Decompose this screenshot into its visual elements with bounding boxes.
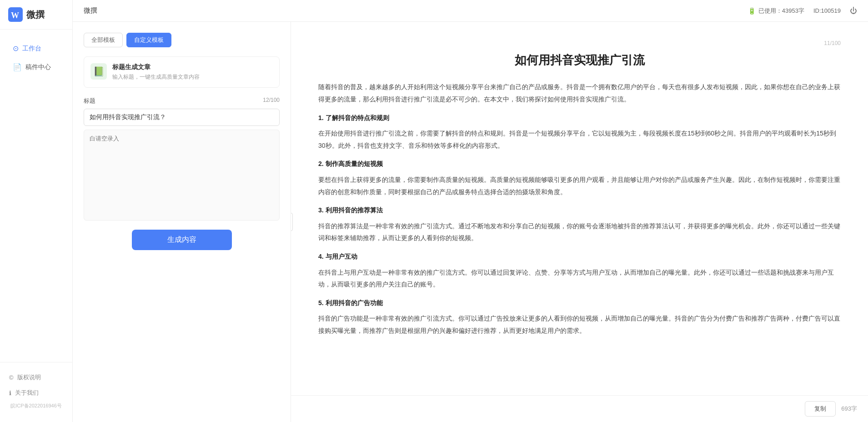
power-button[interactable]: ⏻ <box>850 7 857 15</box>
template-card-info: 标题生成文章 输入标题，一键生成高质量文章内容 <box>112 63 273 81</box>
copyright-icon: © <box>9 374 14 381</box>
section-4-title: 4. 与用户互动 <box>318 251 841 263</box>
id-label: ID:100519 <box>813 7 841 14</box>
section-4-body: 在抖音上与用户互动是一种非常有效的推广引流方式。你可以通过回复评论、点赞、分享等… <box>318 266 841 291</box>
title-label-row: 标题 12/100 <box>84 97 280 105</box>
sidebar-nav: ⊙ 工作台 📄 稿件中心 <box>0 30 72 362</box>
sidebar-item-drafts[interactable]: 📄 稿件中心 <box>4 58 69 76</box>
tab-custom-templates[interactable]: 自定义模板 <box>126 33 171 47</box>
logo-area: W 微撰 <box>0 0 72 30</box>
sidebar-label-drafts: 稿件中心 <box>25 63 51 71</box>
topbar-right: 🔋 已使用：43953字 ID:100519 ⏻ <box>748 7 857 15</box>
template-card-title: 标题生成文章 <box>112 63 273 71</box>
template-tabs: 全部模板 自定义模板 <box>84 33 280 47</box>
section-1-body: 在开始使用抖音进行推广引流之前，你需要了解抖音的特点和规则。抖音是一个短视频分享… <box>318 127 841 151</box>
article-footer: 复制 693字 <box>291 395 868 422</box>
workbench-icon: ⊙ <box>13 44 19 53</box>
template-card-title-article[interactable]: 📗 标题生成文章 输入标题，一键生成高质量文章内容 <box>84 56 280 88</box>
icp-text: 皖ICP备2022016946号 <box>0 401 72 411</box>
section-5-body: 抖音的广告功能是一种非常有效的推广引流方式。你可以通过广告投放来让更多的人看到你… <box>318 312 841 337</box>
right-panel: ◀ 11/100 如何用抖音实现推广引流 随着抖音的普及，越来越多的人开始利用这… <box>291 22 868 422</box>
sidebar-label-workbench: 工作台 <box>22 45 41 53</box>
topbar-title: 微撰 <box>84 6 97 15</box>
title-char-count: 12/100 <box>263 97 280 105</box>
page-number: 11/100 <box>318 40 841 46</box>
section-2-title: 2. 制作高质量的短视频 <box>318 158 841 170</box>
section-3-body: 抖音的推荐算法是一种非常有效的推广引流方式。通过不断地发布和分享自己的短视频，你… <box>318 220 841 244</box>
sidebar-item-workbench[interactable]: ⊙ 工作台 <box>4 40 69 57</box>
article-wrapper: 11/100 如何用抖音实现推广引流 随着抖音的普及，越来越多的人开始利用这个短… <box>291 22 868 395</box>
template-card-icon: 📗 <box>90 63 107 80</box>
copy-button[interactable]: 复制 <box>805 401 836 417</box>
content-area: 全部模板 自定义模板 📗 标题生成文章 输入标题，一键生成高质量文章内容 标题 … <box>73 22 868 422</box>
template-card-desc: 输入标题，一键生成高质量文章内容 <box>112 73 273 81</box>
logo-icon: W <box>8 7 23 22</box>
topbar: 微撰 🔋 已使用：43953字 ID:100519 ⏻ <box>73 0 868 22</box>
tab-all-templates[interactable]: 全部模板 <box>84 33 123 47</box>
collapse-button[interactable]: ◀ <box>291 213 293 231</box>
sidebar-item-copyright[interactable]: © 版权说明 <box>0 370 72 385</box>
drafts-icon: 📄 <box>13 63 22 71</box>
section-3-title: 3. 利用抖音的推荐算法 <box>318 204 841 216</box>
word-count: 693字 <box>841 405 857 413</box>
about-label: 关于我们 <box>15 389 39 397</box>
main: 微撰 🔋 已使用：43953字 ID:100519 ⏻ 全部模板 自定义模板 📗 <box>73 0 868 422</box>
title-label: 标题 <box>84 97 95 105</box>
generate-button[interactable]: 生成内容 <box>132 230 232 250</box>
section-2-body: 要想在抖音上获得更多的流量，你需要制作高质量的短视频。高质量的短视频能够吸引更多… <box>318 174 841 198</box>
title-input[interactable] <box>84 109 280 126</box>
app-name: 微撰 <box>26 9 45 21</box>
about-icon: ℹ <box>9 390 11 397</box>
sidebar-item-about[interactable]: ℹ 关于我们 <box>0 385 72 401</box>
doc-icon: 📗 <box>93 66 105 77</box>
article-title: 如何用抖音实现推广引流 <box>318 52 841 68</box>
usage-info: 🔋 已使用：43953字 <box>748 7 804 15</box>
section-5-title: 5. 利用抖音的广告功能 <box>318 297 841 309</box>
left-panel: 全部模板 自定义模板 📗 标题生成文章 输入标题，一键生成高质量文章内容 标题 … <box>73 22 291 422</box>
usage-label: 已使用：43953字 <box>758 7 804 15</box>
content-textarea[interactable] <box>84 130 280 221</box>
svg-text:W: W <box>11 11 19 20</box>
sidebar: W 微撰 ⊙ 工作台 📄 稿件中心 © 版权说明 ℹ 关于我们 皖ICP备202… <box>0 0 73 422</box>
section-1-title: 1. 了解抖音的特点和规则 <box>318 112 841 124</box>
sidebar-bottom: © 版权说明 ℹ 关于我们 皖ICP备2022016946号 <box>0 362 72 422</box>
article-body: 随着抖音的普及，越来越多的人开始利用这个短视频分享平台来推广自己的产品或服务。抖… <box>318 81 841 337</box>
copyright-label: 版权说明 <box>17 373 41 382</box>
usage-icon: 🔋 <box>748 7 756 15</box>
article-intro: 随着抖音的普及，越来越多的人开始利用这个短视频分享平台来推广自己的产品或服务。抖… <box>318 81 841 105</box>
